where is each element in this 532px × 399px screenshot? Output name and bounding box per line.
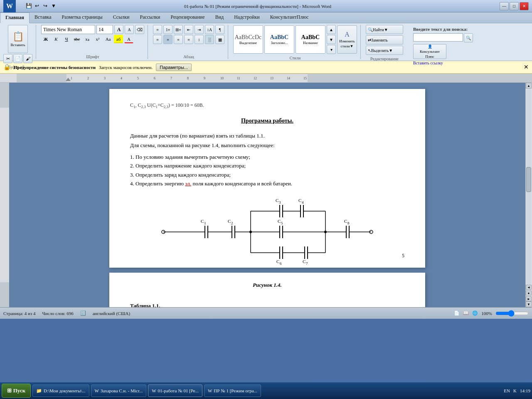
zoom-slider[interactable] xyxy=(495,310,529,317)
svg-text:1: 1 xyxy=(71,76,72,80)
view-print-btn[interactable]: 📄 xyxy=(454,310,460,316)
lang-indicator[interactable]: EN xyxy=(504,388,510,393)
paste-button[interactable]: 📋 Вставить xyxy=(8,25,28,53)
styles-group: AaBbCcDc Выделение AaBbC Заголово... AaB… xyxy=(233,25,361,59)
clear-format-btn[interactable]: ⌫ xyxy=(135,25,144,34)
align-right-btn[interactable]: ≡ xyxy=(174,35,183,44)
search-input[interactable] xyxy=(413,33,463,42)
styles-scroll-up[interactable]: ▲ xyxy=(327,25,336,34)
vertical-scrollbar[interactable]: ▲ ◄ ● ► ▼ xyxy=(525,83,532,307)
section-title: Программа работы. xyxy=(130,116,404,125)
insert-link-btn[interactable]: Вставить ссылку xyxy=(413,61,485,65)
taskbar-item-3[interactable]: W 01-работа № 01 [Ре... xyxy=(148,384,202,397)
font-name-box[interactable]: Times New Roman xyxy=(41,25,95,34)
search-button[interactable]: 🔍 xyxy=(464,33,473,42)
italic-button[interactable]: К xyxy=(52,35,61,43)
horizontal-ruler: // ticks drawn via JS below 1 2 3 4 5 6 … xyxy=(0,74,532,83)
svg-text:8: 8 xyxy=(187,76,189,80)
tab-addins[interactable]: Надстройки xyxy=(229,12,265,23)
increase-indent-btn[interactable]: ⇥ xyxy=(195,25,204,34)
qa-dropdown-btn[interactable]: ▼ xyxy=(50,2,57,10)
editing-label: Редактирование xyxy=(366,56,403,61)
justify-btn[interactable]: ≡ xyxy=(184,35,193,44)
tab-home[interactable]: Главная xyxy=(0,12,30,23)
style-highlight[interactable]: AaBbCcDc Выделение xyxy=(233,25,263,54)
tab-view[interactable]: Вид xyxy=(210,12,229,23)
strikethrough-button[interactable]: зbc xyxy=(72,35,81,43)
window-title: 01-работа № 01 [Режим ограниченной функц… xyxy=(16,4,500,9)
style-heading[interactable]: AaBbC Заголово... xyxy=(264,25,294,54)
tab-references[interactable]: Ссылки xyxy=(108,12,135,23)
tab-mailings[interactable]: Рассылки xyxy=(135,12,165,23)
bullets-btn[interactable]: ≡ xyxy=(153,25,162,34)
maximize-button[interactable]: □ xyxy=(510,2,519,10)
subscript-button[interactable]: x₂ xyxy=(83,35,92,43)
konsultant-main-btn[interactable]: 👤 Консультант Плюс xyxy=(413,44,446,59)
scroll-dot-btn[interactable]: ● xyxy=(526,291,532,296)
sort-btn[interactable]: ↕A xyxy=(205,25,214,34)
qa-save-btn[interactable]: 💾 xyxy=(25,2,32,10)
copy-button[interactable]: 📄 xyxy=(13,54,22,63)
font-label: Шрифт xyxy=(41,54,144,59)
tab-page-layout[interactable]: Разметка страницы xyxy=(57,12,108,23)
font-size-box[interactable]: 14 xyxy=(96,25,113,34)
view-reading-btn[interactable]: 📖 xyxy=(463,310,469,316)
styles-expand[interactable]: ▾ xyxy=(327,45,336,54)
scrollbar-track[interactable] xyxy=(526,89,532,284)
view-web-btn[interactable]: 🌐 xyxy=(472,310,478,316)
line-spacing-btn[interactable]: ↕ xyxy=(195,35,204,44)
change-styles-btn[interactable]: А Изменить стили▼ xyxy=(337,25,357,54)
select-btn[interactable]: ↖ Выделить▼ xyxy=(366,46,403,55)
underline-button[interactable]: Ч xyxy=(62,35,71,43)
bold-button[interactable]: Ж xyxy=(41,35,50,43)
security-close-btn[interactable]: ✕ xyxy=(524,64,529,71)
format-painter-button[interactable]: 🖌 xyxy=(23,54,32,63)
close-button[interactable]: ✕ xyxy=(520,2,529,10)
document-area[interactable]: C1, C2,3 U(C1+C2,3) = 100/10 = 60В. Прог… xyxy=(9,83,525,307)
tab-review[interactable]: Рецензирование xyxy=(165,12,210,23)
scroll-down-btn[interactable]: ▼ xyxy=(526,301,532,307)
align-center-btn[interactable]: ≡ xyxy=(163,35,172,44)
qa-redo-btn[interactable]: ↪ xyxy=(42,2,49,10)
shrink-font-btn[interactable]: A xyxy=(125,25,134,34)
start-label: Пуск xyxy=(13,387,25,394)
svg-text:13: 13 xyxy=(270,76,273,80)
svg-text:9: 9 xyxy=(204,76,205,80)
taskbar-item-4[interactable]: W ПР № 1 [Режим огра... xyxy=(204,384,261,397)
style-title[interactable]: AaBbC Название xyxy=(296,25,325,54)
multilevel-btn[interactable]: ⊞≡ xyxy=(174,25,183,34)
align-left-btn[interactable]: ≡ xyxy=(153,35,162,44)
tab-konsultant[interactable]: КонсультантПлюс xyxy=(265,12,314,23)
circuit-svg: C 1 C 2 xyxy=(151,195,384,269)
borders-btn[interactable]: ▦ xyxy=(215,35,224,44)
tab-insert[interactable]: Вставка xyxy=(30,12,57,23)
cut-button[interactable]: ✂ xyxy=(3,54,12,63)
replace-btn[interactable]: ⇄ Заменить xyxy=(366,35,403,44)
language-status: английский (США) xyxy=(93,311,130,316)
font-color-button[interactable]: А xyxy=(124,35,133,43)
case-button[interactable]: Аа xyxy=(103,35,113,43)
numbering-btn[interactable]: 1≡ xyxy=(163,25,172,34)
grow-font-btn[interactable]: A xyxy=(114,25,123,34)
show-formatting-btn[interactable]: ¶ xyxy=(215,25,224,34)
security-options-button[interactable]: Параметры... xyxy=(156,64,192,71)
minimize-button[interactable]: — xyxy=(500,2,509,10)
word-icon: W xyxy=(3,0,16,12)
start-button[interactable]: ⊞ Пуск xyxy=(2,384,31,398)
scroll-up-btn[interactable]: ▲ xyxy=(526,83,532,89)
scroll-prev-btn[interactable]: ◄ xyxy=(526,285,532,290)
styles-scroll-down[interactable]: ▼ xyxy=(327,35,336,44)
find-btn[interactable]: 🔍 Найти▼ xyxy=(366,25,403,34)
taskbar-item-1[interactable]: 📁 D:\Мои документы\... xyxy=(32,384,89,397)
scroll-next-btn[interactable]: ► xyxy=(526,296,532,301)
antivirus-icon: K xyxy=(513,388,517,393)
svg-text:5: 5 xyxy=(281,221,283,225)
svg-text:8: 8 xyxy=(347,221,350,225)
shading-btn[interactable]: ░ xyxy=(205,35,214,44)
highlight-button[interactable]: аб xyxy=(114,35,123,43)
scrollbar-thumb[interactable] xyxy=(526,167,531,192)
superscript-button[interactable]: x² xyxy=(93,35,102,43)
qa-undo-btn[interactable]: ↩ xyxy=(33,2,41,10)
decrease-indent-btn[interactable]: ⇤ xyxy=(184,25,193,34)
taskbar-item-2[interactable]: W Захарова С.н. - Micr... xyxy=(91,384,147,397)
